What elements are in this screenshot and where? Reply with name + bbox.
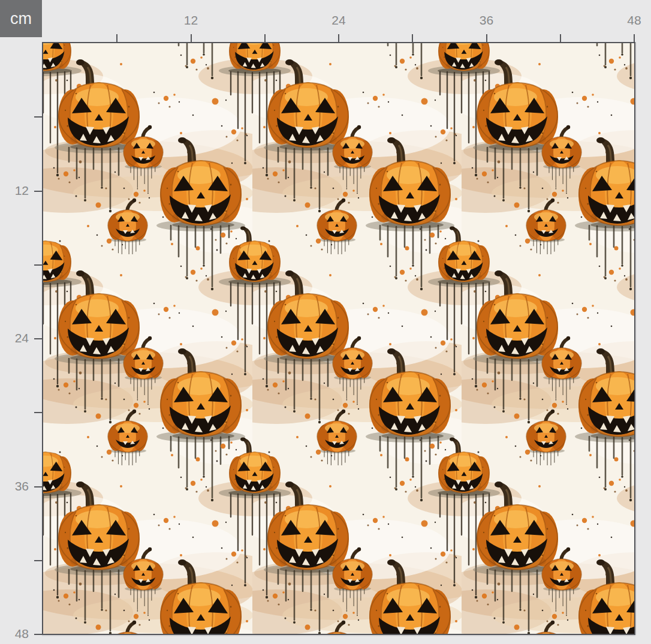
ruler-tick-h xyxy=(338,34,339,42)
ruler-label-v: 48 xyxy=(0,627,29,641)
ruler-label-h: 12 xyxy=(184,13,198,28)
ruler-tick-v xyxy=(34,191,42,192)
ruler-tick-v xyxy=(34,116,42,118)
ruler-tick-v xyxy=(34,560,42,561)
ruler-unit-corner: cm xyxy=(0,0,42,37)
ruler-tick-h xyxy=(560,34,561,42)
ruler-tick-h xyxy=(412,34,413,42)
ruler-label-v: 24 xyxy=(0,331,29,345)
ruler-tick-h xyxy=(116,34,117,42)
ruler-tick-h xyxy=(634,34,635,42)
ruler-tick-v xyxy=(34,338,42,339)
pattern-tile-layer xyxy=(43,43,634,634)
ruler-label-h: 24 xyxy=(331,13,345,28)
ruler-tick-h xyxy=(486,34,487,42)
ruler-label-h: 36 xyxy=(480,13,493,28)
fabric-preview xyxy=(42,42,635,635)
ruler-label-v: 36 xyxy=(0,479,29,493)
ruler-tick-v xyxy=(34,412,42,413)
ruler-tick-h xyxy=(264,34,266,42)
ruler-label-h: 48 xyxy=(627,13,641,28)
ruler-label-v: 12 xyxy=(0,183,29,198)
ruler-unit-label: cm xyxy=(10,10,32,28)
ruler-tick-h xyxy=(191,34,192,42)
ruler-tick-v xyxy=(34,634,42,635)
ruler-tick-v xyxy=(34,486,42,487)
ruler-tick-v xyxy=(34,264,42,266)
fabric-pattern-svg xyxy=(43,43,634,634)
